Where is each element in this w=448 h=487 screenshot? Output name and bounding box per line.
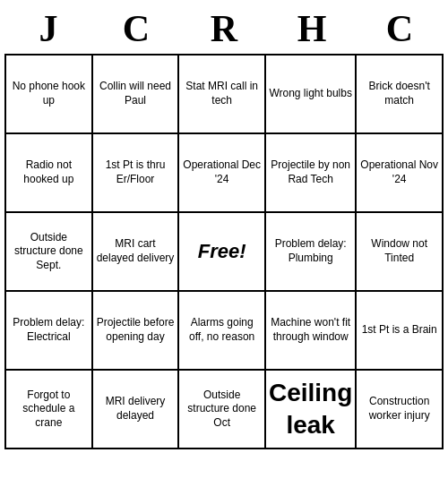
bingo-cell-r0-c1[interactable]: Collin will need Paul [93,56,180,134]
bingo-cell-r1-c4[interactable]: Operational Nov '24 [357,134,444,213]
bingo-cell-r4-c1[interactable]: MRI delivery delayed [93,371,180,449]
header-letter-c-4: C [356,4,444,54]
bingo-cell-r0-c4[interactable]: Brick doesn't match [357,56,444,134]
header-letter-j-0: J [4,4,92,54]
bingo-cell-r4-c2[interactable]: Outside structure done Oct [179,371,266,449]
bingo-cell-r2-c2[interactable]: Free! [179,213,266,292]
header-letter-r-2: R [180,4,268,54]
bingo-cell-r4-c3[interactable]: Ceiling leak [266,371,357,449]
bingo-cell-r3-c3[interactable]: Machine won't fit through window [266,292,357,371]
bingo-cell-r4-c4[interactable]: Construction worker injury [357,371,444,449]
bingo-cell-r1-c3[interactable]: Projectile by non Rad Tech [266,134,357,213]
header-letter-c-1: C [92,4,180,54]
bingo-cell-r1-c1[interactable]: 1st Pt is thru Er/Floor [93,134,180,213]
bingo-cell-r2-c0[interactable]: Outside structure done Sept. [6,213,93,292]
bingo-cell-r1-c0[interactable]: Radio not hooked up [6,134,93,213]
bingo-cell-r4-c0[interactable]: Forgot to schedule a crane [6,371,93,449]
bingo-cell-r2-c1[interactable]: MRI cart delayed delivery [93,213,180,292]
bingo-cell-r0-c2[interactable]: Stat MRI call in tech [179,56,266,134]
bingo-grid: No phone hook upCollin will need PaulSta… [4,54,444,449]
bingo-cell-r3-c4[interactable]: 1st Pt is a Brain [357,292,444,371]
bingo-cell-r3-c0[interactable]: Problem delay: Electrical [6,292,93,371]
bingo-card: JCRHC No phone hook upCollin will need P… [4,4,444,449]
bingo-cell-r1-c2[interactable]: Operational Dec '24 [179,134,266,213]
header-row: JCRHC [4,4,444,54]
header-letter-h-3: H [268,4,356,54]
bingo-cell-r3-c2[interactable]: Alarms going off, no reason [179,292,266,371]
bingo-cell-r3-c1[interactable]: Projectile before opening day [93,292,180,371]
bingo-cell-r2-c3[interactable]: Problem delay: Plumbing [266,213,357,292]
bingo-cell-r0-c0[interactable]: No phone hook up [6,56,93,134]
bingo-cell-r2-c4[interactable]: Window not Tinted [357,213,444,292]
bingo-cell-r0-c3[interactable]: Wrong light bulbs [266,56,357,134]
